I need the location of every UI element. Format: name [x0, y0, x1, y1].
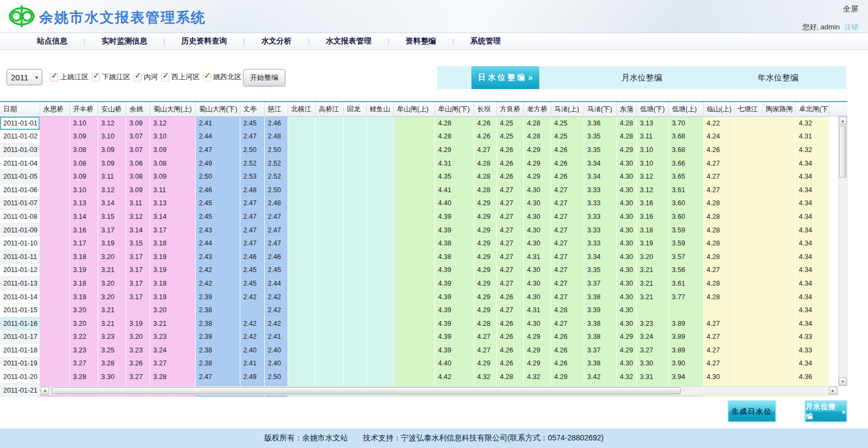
- table-cell[interactable]: 2.49: [240, 370, 264, 384]
- table-cell[interactable]: [762, 357, 795, 370]
- table-cell[interactable]: 3.17: [126, 250, 150, 263]
- table-cell[interactable]: 4.28: [703, 197, 734, 210]
- table-cell[interactable]: 4.27: [474, 330, 496, 344]
- table-cell[interactable]: [288, 117, 315, 130]
- table-cell[interactable]: 3.56: [668, 263, 703, 277]
- table-cell[interactable]: 3.89: [668, 330, 703, 344]
- table-cell[interactable]: 3.24: [636, 330, 668, 344]
- table-cell[interactable]: 4.27: [496, 237, 524, 250]
- table-cell[interactable]: 4.34: [795, 317, 829, 330]
- table-cell[interactable]: 4.29: [435, 143, 474, 157]
- table-cell[interactable]: 4.27: [703, 330, 734, 344]
- table-cell[interactable]: [40, 156, 69, 170]
- table-cell[interactable]: 3.14: [126, 223, 150, 237]
- table-cell[interactable]: [315, 170, 343, 184]
- table-cell[interactable]: 2.46: [240, 250, 264, 263]
- table-cell[interactable]: 4.41: [435, 183, 474, 197]
- table-cell[interactable]: [40, 317, 69, 330]
- table-cell[interactable]: 3.33: [584, 223, 616, 237]
- table-cell[interactable]: 4.25: [551, 130, 584, 143]
- logout-link[interactable]: 注销: [844, 23, 858, 31]
- table-cell[interactable]: 4.27: [703, 156, 734, 170]
- table-cell[interactable]: [734, 130, 762, 143]
- table-cell[interactable]: 3.10: [636, 156, 668, 170]
- table-cell[interactable]: 3.14: [98, 197, 126, 210]
- table-cell[interactable]: 3.16: [636, 197, 668, 210]
- table-cell[interactable]: 4.25: [496, 117, 524, 130]
- table-cell[interactable]: 2.43: [195, 223, 240, 237]
- table-cell[interactable]: 3.20: [69, 304, 98, 317]
- table-cell[interactable]: 4.36: [795, 370, 829, 384]
- table-cell[interactable]: 4.30: [524, 183, 551, 197]
- table-cell[interactable]: 3.89: [668, 317, 703, 330]
- table-cell[interactable]: 3.31: [636, 370, 668, 384]
- table-cell[interactable]: [315, 304, 343, 317]
- table-cell[interactable]: 2.38: [195, 344, 240, 357]
- date-cell[interactable]: 2011-01-21: [0, 383, 40, 397]
- table-cell[interactable]: 4.39: [435, 263, 474, 277]
- table-cell[interactable]: [366, 237, 393, 250]
- table-cell[interactable]: 4.27: [551, 223, 584, 237]
- table-cell[interactable]: 4.26: [551, 143, 584, 157]
- table-cell[interactable]: 4.30: [616, 237, 636, 250]
- table-cell[interactable]: 3.38: [584, 330, 616, 344]
- table-cell[interactable]: [734, 330, 762, 344]
- table-cell[interactable]: [315, 263, 343, 277]
- table-cell[interactable]: [393, 263, 435, 277]
- table-cell[interactable]: [762, 197, 795, 210]
- table-cell[interactable]: [393, 170, 435, 184]
- table-cell[interactable]: [288, 170, 315, 184]
- table-cell[interactable]: 4.39: [435, 317, 474, 330]
- table-cell[interactable]: [315, 117, 343, 130]
- table-cell[interactable]: [734, 357, 762, 370]
- table-cell[interactable]: [40, 370, 69, 384]
- table-cell[interactable]: [366, 130, 393, 143]
- table-cell[interactable]: 3.17: [126, 277, 150, 291]
- table-cell[interactable]: [393, 156, 435, 170]
- table-cell[interactable]: 3.20: [126, 330, 150, 344]
- table-cell[interactable]: 2.41: [264, 330, 288, 344]
- table-cell[interactable]: [315, 330, 343, 344]
- table-cell[interactable]: 2.50: [264, 183, 288, 197]
- table-cell[interactable]: 4.27: [496, 210, 524, 224]
- tab-daily[interactable]: 日水位整编»: [471, 66, 539, 89]
- table-cell[interactable]: 3.09: [98, 156, 126, 170]
- table-cell[interactable]: 3.10: [98, 130, 126, 143]
- table-cell[interactable]: 3.09: [150, 143, 195, 157]
- table-cell[interactable]: [315, 197, 343, 210]
- table-cell[interactable]: [393, 130, 435, 143]
- table-cell[interactable]: [315, 357, 343, 370]
- table-cell[interactable]: 2.52: [264, 170, 288, 184]
- table-cell[interactable]: [762, 183, 795, 197]
- table-cell[interactable]: [366, 210, 393, 224]
- table-cell[interactable]: 2.46: [264, 117, 288, 130]
- table-cell[interactable]: 3.10: [636, 143, 668, 157]
- table-cell[interactable]: 2.49: [195, 156, 240, 170]
- table-cell[interactable]: [315, 277, 343, 291]
- column-header-9[interactable]: 北横江: [288, 102, 315, 117]
- date-cell[interactable]: 2011-01-20: [0, 370, 40, 384]
- generate-daily-button[interactable]: 生成日水位: [727, 400, 776, 422]
- table-cell[interactable]: 3.16: [69, 223, 98, 237]
- column-header-11[interactable]: 回龙: [343, 102, 366, 117]
- table-cell[interactable]: 4.30: [616, 263, 636, 277]
- table-cell[interactable]: 4.34: [795, 304, 829, 317]
- table-cell[interactable]: 4.30: [703, 370, 734, 384]
- table-cell[interactable]: [762, 263, 795, 277]
- table-cell[interactable]: 4.29: [616, 330, 636, 344]
- table-cell[interactable]: [366, 330, 393, 344]
- table-cell[interactable]: [288, 250, 315, 263]
- region-checkbox-1[interactable]: ✓上姚江区: [50, 72, 88, 82]
- table-cell[interactable]: [343, 317, 366, 330]
- column-header-1[interactable]: 永思桥: [40, 102, 69, 117]
- table-cell[interactable]: 4.29: [474, 237, 496, 250]
- table-cell[interactable]: 4.27: [496, 304, 524, 317]
- table-cell[interactable]: 3.38: [584, 290, 616, 304]
- column-header-22[interactable]: 低塘(上): [668, 102, 703, 117]
- table-cell[interactable]: 3.13: [150, 197, 195, 210]
- table-cell[interactable]: 4.30: [616, 197, 636, 210]
- table-cell[interactable]: [288, 210, 315, 224]
- table-cell[interactable]: 4.26: [551, 156, 584, 170]
- table-cell[interactable]: 4.22: [703, 117, 734, 130]
- region-checkbox-5[interactable]: ✓姚西北区: [203, 72, 241, 82]
